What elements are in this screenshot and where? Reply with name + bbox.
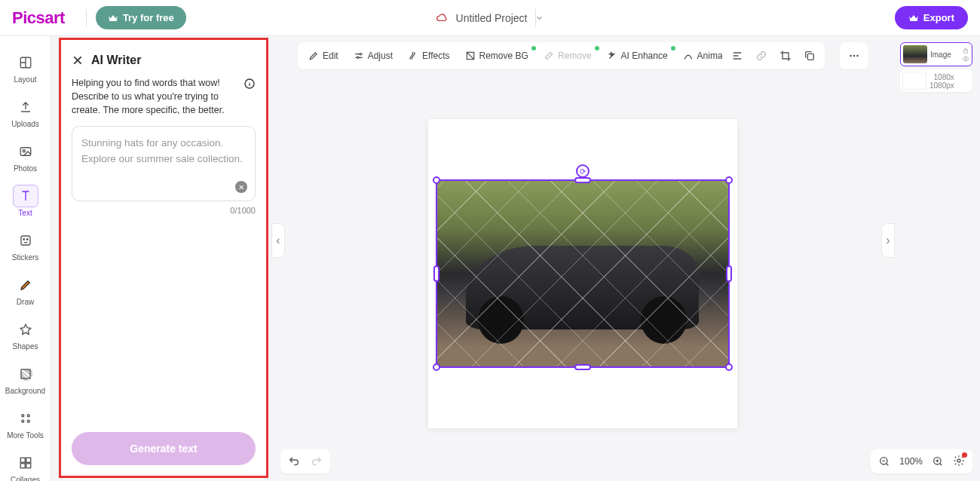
close-icon[interactable] (72, 54, 84, 66)
crown-icon (908, 14, 919, 23)
sidebar-item-layout[interactable]: Layout (5, 45, 47, 90)
background-icon (19, 367, 32, 381)
svg-rect-3 (21, 236, 30, 245)
image-content (437, 181, 728, 366)
export-label: Export (923, 12, 954, 23)
ai-prompt-input[interactable]: Stunning hats for any occasion. Explore … (72, 126, 256, 201)
layer-background[interactable]: 1080x 1080px (900, 69, 972, 92)
zoom-bar: 100% (871, 449, 972, 473)
eye-icon[interactable] (962, 55, 969, 63)
rotate-handle[interactable]: ⟳ (576, 164, 590, 178)
left-sidebar: Layout Uploads Photos Text Stickers Draw… (0, 36, 51, 481)
svg-point-9 (21, 420, 23, 422)
layer-image[interactable]: Image (900, 42, 972, 66)
notification-dot (962, 452, 967, 458)
svg-rect-13 (20, 464, 25, 468)
export-button[interactable]: Export (895, 6, 968, 29)
ai-placeholder: Stunning hats for any occasion. Explore … (81, 136, 246, 167)
clear-input-icon[interactable]: ✕ (235, 181, 247, 193)
generate-text-button[interactable]: Generate text (72, 432, 256, 465)
resize-handle-bl[interactable] (433, 363, 440, 371)
zoom-out-button[interactable] (878, 455, 890, 467)
photos-icon (19, 145, 32, 158)
collages-icon (19, 456, 32, 470)
svg-point-27 (957, 459, 960, 462)
resize-handle-tr[interactable] (725, 176, 733, 184)
layer-thumbnail (903, 45, 927, 63)
svg-point-4 (23, 239, 25, 240)
layer-controls (962, 47, 969, 63)
svg-rect-11 (20, 458, 25, 462)
svg-point-7 (21, 415, 23, 417)
cloud-icon (436, 12, 449, 24)
chevron-down-icon[interactable] (534, 14, 544, 23)
resize-handle-br[interactable] (725, 363, 733, 371)
svg-point-5 (26, 239, 28, 240)
stickers-icon (19, 234, 32, 247)
info-icon[interactable] (243, 78, 256, 90)
resize-handle-l[interactable] (433, 265, 439, 282)
svg-point-24 (965, 57, 967, 60)
draw-icon (19, 278, 32, 292)
divider (86, 9, 87, 27)
watermark-overlay (437, 181, 728, 366)
resize-handle-tl[interactable] (433, 176, 440, 184)
resize-handle-b[interactable] (574, 364, 591, 370)
lock-icon[interactable] (962, 47, 969, 54)
try-label: Try for free (123, 12, 174, 23)
resize-handle-r[interactable] (726, 265, 732, 282)
canvas-area[interactable]: ⟳ (271, 36, 893, 481)
svg-rect-14 (26, 464, 30, 468)
sidebar-item-photos[interactable]: Photos (5, 134, 47, 179)
ai-writer-panel: AI Writer Helping you to find words that… (59, 38, 268, 478)
ai-writer-description: Helping you to find words that wow! Desc… (72, 76, 237, 117)
logo: Picsart (12, 8, 65, 28)
top-bar: Picsart Try for free Untitled Project Ex… (0, 0, 980, 36)
undo-button[interactable] (288, 455, 300, 467)
moretools-icon (19, 412, 32, 425)
character-counter: 0/1000 (72, 206, 256, 215)
sidebar-item-draw[interactable]: Draw (5, 268, 47, 312)
sidebar-item-background[interactable]: Background (5, 357, 47, 401)
svg-rect-12 (26, 458, 30, 462)
upload-icon (19, 100, 32, 114)
layers-panel: Image 1080x 1080px (900, 42, 972, 95)
zoom-in-button[interactable] (932, 455, 944, 467)
sidebar-item-uploads[interactable]: Uploads (5, 90, 47, 134)
svg-point-2 (23, 150, 25, 152)
text-icon (19, 189, 32, 203)
resize-handle-t[interactable] (574, 177, 591, 183)
svg-point-10 (27, 420, 29, 422)
layer-thumbnail (902, 72, 926, 90)
layout-icon (19, 56, 32, 69)
crown-icon (108, 14, 118, 23)
svg-rect-23 (964, 50, 968, 53)
sidebar-item-shapes[interactable]: Shapes (5, 312, 47, 357)
ai-writer-title: AI Writer (91, 54, 141, 67)
layer-dimensions: 1080x 1080px (929, 73, 957, 90)
project-name: Untitled Project (456, 12, 528, 24)
project-name-area[interactable]: Untitled Project (436, 12, 544, 24)
canvas[interactable]: ⟳ (428, 119, 737, 428)
zoom-level: 100% (899, 456, 923, 467)
collapse-right-panel[interactable]: › (881, 223, 895, 258)
svg-point-8 (27, 415, 29, 417)
sidebar-item-stickers[interactable]: Stickers (5, 223, 47, 268)
undo-redo-bar (280, 449, 330, 473)
try-for-free-button[interactable]: Try for free (96, 6, 186, 29)
selected-image[interactable]: ⟳ (436, 179, 730, 368)
shapes-icon (19, 323, 32, 336)
settings-button[interactable] (953, 455, 965, 469)
sidebar-item-moretools[interactable]: More Tools (5, 401, 47, 446)
collapse-left-panel[interactable]: ‹ (271, 223, 285, 258)
redo-button[interactable] (311, 455, 323, 467)
layer-label: Image (930, 51, 951, 59)
sidebar-item-text[interactable]: Text (5, 179, 47, 223)
sidebar-item-collages[interactable]: Collages (5, 446, 47, 481)
